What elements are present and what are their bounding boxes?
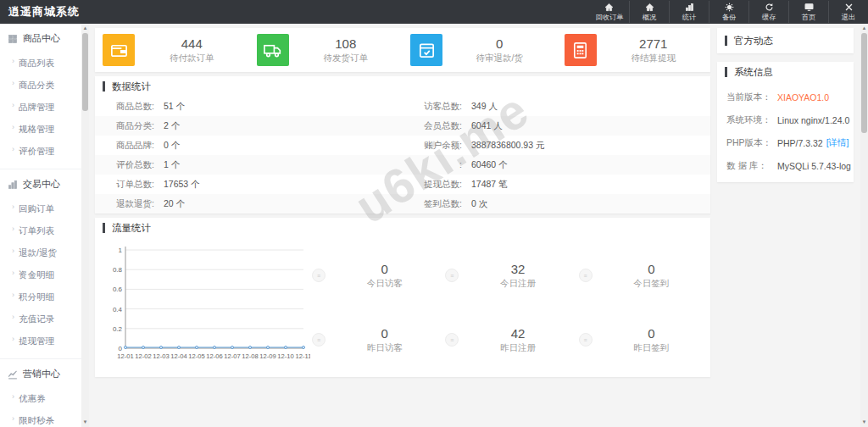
sidebar-item[interactable]: ›商品列表 — [0, 53, 81, 75]
stat-label: 待发货订单 — [289, 53, 403, 64]
traffic-stat-value: 0 — [326, 262, 443, 276]
sidebar-item[interactable]: ›回购订单 — [0, 198, 81, 220]
stat-value: 444 — [135, 36, 249, 51]
svg-text:12-07: 12-07 — [224, 352, 240, 360]
sidebar-group-marketing-center: 营销中心›优惠券›限时秒杀›限时拼团 — [0, 359, 81, 427]
topnav-item-recycle-orders[interactable]: 回收订单 — [589, 1, 629, 23]
traffic-card: 流量统计 00.20.40.60.8112-0112-0212-0312-041… — [95, 218, 710, 377]
traffic-stat-label: 今日签到 — [593, 278, 710, 290]
stat-card-body: 108待发货订单 — [289, 36, 403, 64]
sidebar-item[interactable]: ›订单列表 — [0, 220, 81, 242]
data-stat-value: 20 个 — [164, 198, 185, 210]
sidebar-item[interactable]: ›提现管理 — [0, 330, 81, 352]
stat-card-pending-settlement[interactable]: 2771待结算提现 — [557, 34, 711, 66]
topnav-item-backup[interactable]: 备份 — [709, 1, 748, 23]
sidebar-scroll-thumb[interactable] — [82, 33, 88, 111]
chevron-right-icon: › — [12, 313, 14, 321]
data-stat-cell: 商品总数:51 个 — [95, 101, 403, 113]
right-panel: 官方动态 系统信息 当前版本：XIAOYAO1.0系统环境：Linux ngin… — [717, 28, 854, 427]
data-stat-cell: 访客总数:349 人 — [403, 101, 710, 113]
sidebar-group-header-marketing-center[interactable]: 营销中心 — [0, 359, 81, 388]
data-stat-label: 会员总数: — [403, 120, 462, 132]
traffic-stat: ≡0昨日签到 — [577, 308, 710, 372]
system-info-label: PHP版本： — [726, 137, 777, 149]
page-scroll-thumb[interactable] — [861, 33, 867, 133]
system-info-rows: 当前版本：XIAOYAO1.0系统环境：Linux nginx/1.24.0PH… — [717, 82, 854, 177]
topnav-item-logout[interactable]: 退出 — [828, 1, 868, 23]
gear-icon — [725, 3, 734, 12]
traffic-stat-value: 0 — [593, 262, 710, 276]
summary-stats-row: 444待付款订单108待发货订单0待审退款/货2771待结算提现 — [95, 28, 710, 72]
svg-text:12-08: 12-08 — [242, 352, 258, 360]
truck-icon — [257, 34, 289, 66]
sidebar-item[interactable]: ›优惠券 — [0, 388, 81, 410]
system-info-value: MySQLi 5.7.43-log — [777, 161, 851, 171]
data-stat-value: 349 人 — [471, 101, 498, 113]
grid-icon — [8, 34, 18, 44]
sidebar-group-label: 交易中心 — [23, 178, 60, 191]
traffic-stat-body: 32今日注册 — [459, 262, 576, 290]
traffic-stat-body: 0今日签到 — [593, 262, 710, 290]
sidebar-item[interactable]: ›商品分类 — [0, 75, 81, 97]
sidebar-item[interactable]: ›品牌管理 — [0, 97, 81, 119]
sidebar-item[interactable]: ›资金明细 — [0, 264, 81, 286]
chevron-right-icon: › — [12, 202, 14, 211]
svg-text:0: 0 — [119, 345, 123, 352]
data-stat-cell: 订单总数:17653 个 — [95, 179, 403, 191]
sidebar-item[interactable]: ›退款/退货 — [0, 242, 81, 264]
sidebar-group-trade-center: 交易中心›回购订单›订单列表›退款/退货›资金明细›积分明细›充值记录›提现管理 — [0, 169, 81, 359]
system-info-row: 当前版本：XIAOYAO1.0 — [717, 86, 854, 108]
data-stats-title: 数据统计 — [95, 76, 710, 97]
sidebar-item[interactable]: ›评价管理 — [0, 141, 81, 163]
svg-text:12-01: 12-01 — [117, 352, 133, 360]
detail-link[interactable]: [详情] — [826, 137, 849, 149]
topnav-item-statistics[interactable]: 统计 — [669, 1, 709, 23]
data-stat-cell: 商品品牌:0 个 — [95, 140, 403, 152]
scroll-up-icon[interactable]: ▲ — [860, 25, 868, 32]
list-badge-icon: ≡ — [579, 269, 593, 282]
data-stat-label: 商品分类: — [95, 120, 154, 132]
sidebar-item[interactable]: ›规格管理 — [0, 119, 81, 141]
data-stat-row: 商品分类:2 个会员总数:6041 人 — [95, 116, 710, 136]
sidebar-group-header-trade-center[interactable]: 交易中心 — [0, 169, 81, 198]
sidebar-item[interactable]: ›积分明细 — [0, 286, 81, 308]
stat-card-body: 0待审退款/货 — [442, 36, 557, 64]
home-icon — [604, 3, 614, 12]
chevron-right-icon: › — [12, 79, 14, 87]
system-info-row: 系统环境：Linux nginx/1.24.0 — [717, 108, 854, 131]
scroll-down-icon[interactable]: ▼ — [81, 419, 89, 426]
topnav-item-homepage[interactable]: 首页 — [788, 1, 828, 23]
svg-text:1: 1 — [119, 247, 123, 254]
sidebar-item[interactable]: ›限时秒杀 — [0, 410, 81, 427]
data-stat-row: 订单总数:17653 个提现总数:17487 笔 — [95, 175, 710, 194]
data-stat-label: : — [403, 159, 462, 171]
data-stat-row: 商品总数:51 个访客总数:349 人 — [95, 97, 710, 116]
topnav-item-label: 回收订单 — [595, 14, 623, 20]
page-scrollbar[interactable]: ▲ ▼ — [860, 24, 868, 427]
traffic-content: 00.20.40.60.8112-0112-0212-0312-0412-051… — [95, 238, 710, 377]
data-stat-label: 签到总数: — [403, 198, 462, 210]
stat-card-pending-shipment[interactable]: 108待发货订单 — [249, 34, 403, 66]
stat-card-pending-refund[interactable]: 0待审退款/货 — [403, 34, 557, 66]
sidebar-group-header-product-center[interactable]: 商品中心 — [0, 24, 81, 53]
chevron-right-icon: › — [12, 291, 14, 299]
bar-chart-icon — [8, 180, 18, 190]
scroll-down-icon[interactable]: ▼ — [860, 419, 868, 426]
topbar: 逍遥商城系统 回收订单概况统计备份缓存首页退出 — [0, 0, 868, 24]
scroll-up-icon[interactable]: ▲ — [81, 25, 89, 32]
system-info-value: Linux nginx/1.24.0 — [777, 115, 849, 125]
topnav-item-cache[interactable]: 缓存 — [748, 1, 788, 23]
sidebar-item[interactable]: ›充值记录 — [0, 308, 81, 330]
traffic-stat-value: 32 — [459, 262, 576, 276]
sidebar-group-product-center: 商品中心›商品列表›商品分类›品牌管理›规格管理›评价管理 — [0, 24, 81, 169]
main-left-column: 444待付款订单108待发货订单0待审退款/货2771待结算提现 数据统计 商品… — [95, 28, 710, 427]
bar-chart-icon — [685, 3, 694, 12]
traffic-stat-label: 昨日访客 — [326, 342, 443, 354]
sidebar-scrollbar[interactable]: ▲ ▼ — [81, 24, 89, 427]
stat-value: 108 — [289, 36, 403, 51]
data-stat-value: 1 个 — [164, 159, 180, 171]
stat-card-pending-payment[interactable]: 444待付款订单 — [95, 34, 249, 66]
system-info-value: PHP/7.3.32 — [777, 138, 823, 148]
sidebar-group-items: ›回购订单›订单列表›退款/退货›资金明细›积分明细›充值记录›提现管理 — [0, 198, 81, 359]
topnav-item-overview[interactable]: 概况 — [629, 1, 669, 23]
